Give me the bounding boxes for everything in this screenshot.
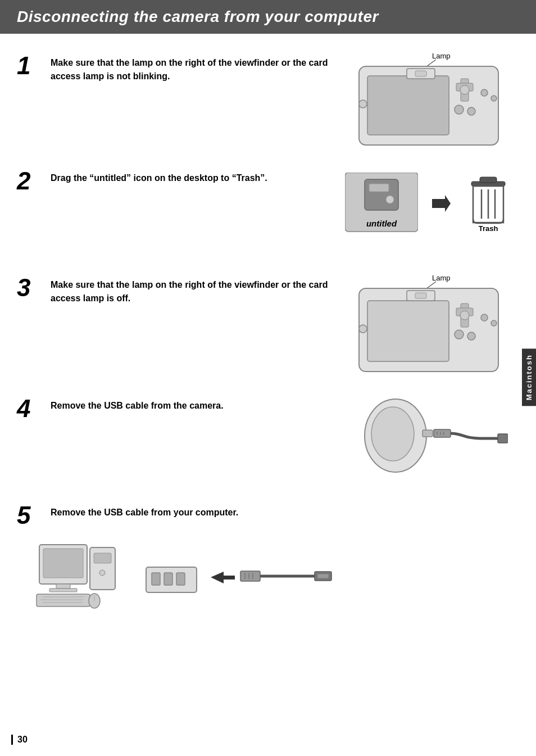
step-4-number: 4 [17,393,51,421]
drag-illustration: untitled [345,171,514,236]
svg-rect-50 [43,549,83,578]
page-title: Disconnecting the camera from your compu… [17,8,525,26]
svg-point-9 [460,85,469,94]
step-1: 1 Make sure that the lamp on the right o… [0,51,536,149]
svg-text:untitled: untitled [366,219,397,228]
svg-rect-43 [423,430,433,437]
svg-rect-45 [498,434,508,443]
side-tab: Macintosh [522,348,536,406]
drag-arrow-svg [429,192,452,215]
svg-rect-52 [49,588,77,592]
svg-rect-64 [164,573,172,585]
step-2-number: 2 [17,166,51,193]
svg-point-6 [359,100,367,108]
svg-text:Trash: Trash [479,224,498,233]
svg-point-17 [386,196,394,203]
svg-point-12 [481,89,488,96]
step-5-text: Remove the USB cable from your computer. [51,500,249,519]
step-5-number: 5 [17,500,51,528]
step-2: 2 Drag the “untitled” icon on the deskto… [0,166,536,256]
svg-rect-3 [367,76,449,135]
step-2-image: untitled [339,166,519,236]
step-1-text: Make sure that the lamp on the right of … [51,51,339,83]
step-4: 4 Remove the USB cable from the camera. [0,393,536,483]
svg-rect-67 [240,571,260,581]
svg-rect-44 [434,429,451,437]
step-5-computer-svg [34,533,455,623]
svg-rect-30 [367,301,449,361]
svg-rect-65 [176,573,185,585]
trash-icon-svg: Trash [463,171,514,233]
svg-point-33 [359,325,367,333]
step-5: 5 Remove the USB cable from your compute… [0,500,536,623]
svg-rect-63 [152,573,160,585]
step-4-usb-svg [351,393,508,475]
svg-rect-32 [415,293,426,298]
svg-text:Lamp: Lamp [432,52,451,60]
svg-rect-56 [37,594,90,606]
svg-marker-66 [211,572,235,583]
svg-point-10 [455,105,464,114]
svg-point-42 [371,407,414,461]
svg-marker-19 [432,195,451,212]
svg-point-37 [455,330,464,339]
step-2-text: Drag the “untitled” icon on the desktop … [51,166,339,185]
step-4-text: Remove the USB cable from the camera. [51,393,339,413]
svg-rect-51 [56,584,70,588]
svg-point-38 [467,332,475,340]
svg-rect-21 [480,177,497,183]
svg-rect-54 [94,553,111,563]
step-3-number: 3 [17,273,51,300]
step-5-image [17,533,472,623]
svg-point-11 [467,107,475,115]
svg-point-13 [491,96,497,101]
step-3-text: Make sure that the lamp on the right of … [51,273,339,305]
svg-point-36 [460,311,469,320]
step-1-camera-svg: Lamp [351,51,508,149]
step-3-camera-svg: Lamp [351,273,508,377]
step-1-number: 1 [17,51,51,78]
step-5-header: 5 Remove the USB cable from your compute… [17,500,249,528]
step-1-image: Lamp [339,51,519,149]
untitled-icon-svg: untitled [345,173,418,234]
step-3-image: Lamp [339,273,519,377]
svg-text:Lamp: Lamp [432,274,451,282]
svg-point-55 [99,570,105,576]
svg-point-40 [491,320,497,326]
step-4-image [339,393,519,475]
svg-rect-16 [369,184,389,192]
svg-rect-5 [415,71,426,76]
page-number: 30 [11,735,28,745]
svg-point-39 [481,314,488,321]
step-3: 3 Make sure that the lamp on the right o… [0,273,536,377]
page-header: Disconnecting the camera from your compu… [0,0,536,34]
svg-rect-72 [317,574,329,578]
trash-icon-container: Trash [463,171,514,236]
